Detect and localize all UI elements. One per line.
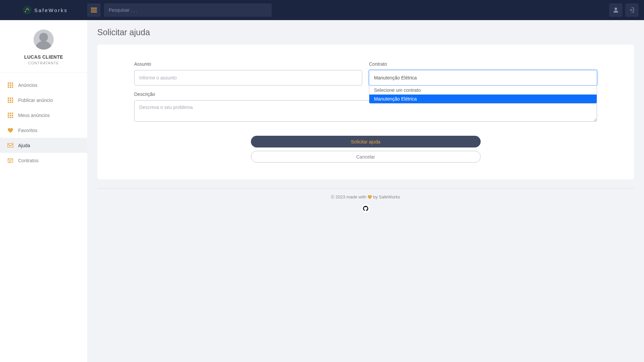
sidebar-item-label: Anúncios	[18, 82, 38, 88]
hammer-icon	[23, 6, 32, 14]
brand-logo: SafeWorks	[0, 6, 87, 14]
sidebar: LUCAS CLIENTE CONTRATANTE Anúncios Publi…	[0, 20, 87, 362]
footer-brand: SafeWorks	[379, 194, 400, 199]
page-title: Solicitar ajuda	[97, 27, 634, 37]
sidebar-item-label: Favoritos	[18, 128, 38, 133]
heart-icon	[7, 127, 13, 133]
profile-button[interactable]	[609, 3, 623, 17]
footer: © 2023 made with by SafeWorks	[97, 188, 634, 214]
submit-button[interactable]: Solicitar ajuda	[251, 136, 481, 147]
envelope-icon	[7, 142, 13, 148]
sidebar-nav: Anúncios Publicar anúncio Meus anúncios …	[0, 73, 87, 173]
sidebar-item-favoritos[interactable]: Favoritos	[0, 123, 87, 138]
github-icon	[363, 206, 368, 211]
cancel-button[interactable]: Cancelar	[251, 151, 481, 163]
contract-option[interactable]: Manutenção Elétrica	[369, 95, 597, 103]
sidebar-item-label: Publicar anúncio	[18, 98, 53, 103]
search-input[interactable]	[109, 7, 267, 13]
logout-button[interactable]	[625, 3, 639, 17]
sidebar-item-label: Contratos	[18, 158, 39, 163]
footer-prefix: © 2023 made with	[331, 194, 368, 199]
contract-select[interactable]: Manutenção Elétrica	[369, 70, 597, 85]
sidebar-item-ajuda[interactable]: Ajuda	[0, 138, 87, 153]
github-link[interactable]	[361, 203, 371, 214]
sidebar-item-meus-anuncios[interactable]: Meus anúncios	[0, 108, 87, 123]
subject-label: Assunto	[134, 61, 362, 67]
help-form-card: Assunto Contrato Manutenção Elétrica Sel…	[97, 45, 634, 179]
profile-block: LUCAS CLIENTE CONTRATANTE	[0, 20, 87, 73]
contract-dropdown: Selecione um contrato Manutenção Elétric…	[369, 85, 597, 104]
sidebar-item-contratos[interactable]: Contratos	[0, 153, 87, 168]
brand-name: SafeWorks	[34, 7, 68, 13]
menu-toggle-button[interactable]	[87, 3, 101, 17]
sidebar-item-publicar[interactable]: Publicar anúncio	[0, 93, 87, 108]
search-wrap	[104, 3, 272, 17]
contract-label: Contrato	[369, 61, 597, 67]
grid-icon	[7, 97, 13, 103]
user-role: CONTRATANTE	[0, 61, 87, 65]
sidebar-item-anuncios[interactable]: Anúncios	[0, 77, 87, 93]
avatar	[34, 29, 54, 50]
grid-icon	[7, 112, 13, 118]
bars-icon	[91, 8, 97, 12]
topbar: SafeWorks	[0, 0, 644, 20]
contract-selected-value: Manutenção Elétrica	[374, 75, 417, 80]
sidebar-item-label: Meus anúncios	[18, 113, 50, 118]
contract-option[interactable]: Selecione um contrato	[369, 86, 597, 95]
user-icon	[613, 7, 619, 13]
sidebar-item-label: Ajuda	[18, 143, 30, 148]
logout-icon	[629, 7, 635, 13]
document-icon	[7, 158, 13, 164]
main-content: Solicitar ajuda Assunto Contrato Manuten…	[87, 20, 644, 362]
grid-icon	[7, 82, 13, 88]
subject-input[interactable]	[134, 70, 362, 85]
heart-icon	[368, 195, 372, 199]
user-name: LUCAS CLIENTE	[0, 54, 87, 60]
footer-suffix: by	[373, 194, 379, 199]
